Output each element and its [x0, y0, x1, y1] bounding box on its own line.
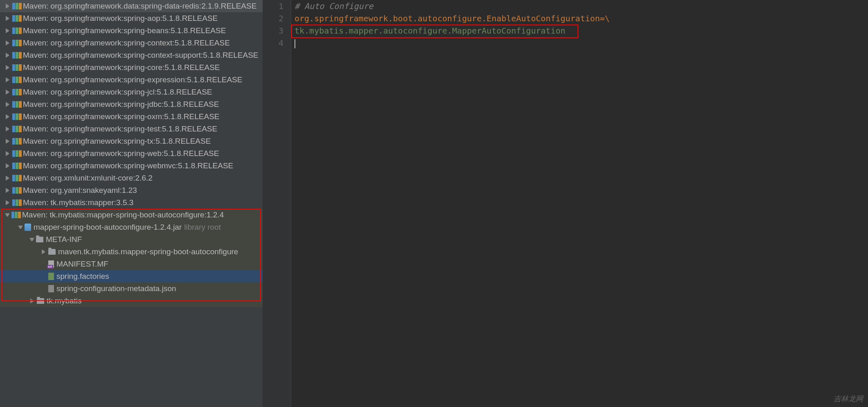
tree-item-label: Maven: org.springframework:spring-web:5.… — [23, 149, 219, 158]
tree-row[interactable]: maven.tk.mybatis.mapper-spring-boot-auto… — [0, 246, 263, 258]
tree-row[interactable]: spring-configuration-metadata.json — [0, 283, 263, 295]
tree-row[interactable]: META-INF — [0, 233, 263, 246]
chevron-right-icon[interactable] — [6, 41, 11, 45]
tree-row[interactable]: Maven: org.springframework:spring-beans:… — [0, 25, 263, 37]
editor-panel[interactable]: 1 2 3 4 # Auto Configure org.springframe… — [263, 0, 868, 407]
chevron-right-icon[interactable] — [6, 163, 11, 168]
tree-row[interactable]: Maven: org.springframework:spring-web:5.… — [0, 147, 263, 160]
chevron-right-icon[interactable] — [6, 90, 11, 95]
chevron-right-icon[interactable] — [6, 139, 11, 144]
chevron-down-icon[interactable] — [5, 213, 10, 218]
editor-code-area[interactable]: # Auto Configure org.springframework.boo… — [291, 0, 868, 407]
tree-spacer — [41, 274, 47, 279]
line-number: 1 — [263, 0, 283, 12]
tree-row[interactable]: Maven: org.springframework:spring-tx:5.1… — [0, 135, 263, 147]
chevron-right-icon[interactable] — [6, 188, 11, 193]
tree-item-label: Maven: org.springframework:spring-jcl:5.… — [23, 88, 212, 97]
tree-item-label: Maven: org.springframework:spring-contex… — [23, 38, 230, 47]
tree-item-label: META-INF — [46, 235, 82, 244]
chevron-right-icon[interactable] — [42, 249, 47, 254]
tree-row[interactable]: spring.factories — [0, 270, 263, 283]
chevron-right-icon[interactable] — [6, 102, 11, 107]
tree-item-label: Maven: org.springframework:spring-aop:5.… — [23, 14, 218, 23]
library-icon — [12, 138, 20, 145]
tree-row[interactable]: Maven: org.springframework.data:spring-d… — [0, 0, 263, 12]
library-icon — [12, 27, 20, 34]
tree-row[interactable]: Maven: org.springframework:spring-oxm:5.… — [0, 111, 263, 123]
tree-row[interactable]: Maven: org.springframework:spring-core:5… — [0, 61, 263, 74]
chevron-right-icon[interactable] — [6, 176, 11, 181]
tree-item-label: Maven: tk.mybatis:mapper:3.5.3 — [23, 198, 133, 207]
tree-row[interactable]: Maven: org.springframework:spring-contex… — [0, 37, 263, 49]
chevron-right-icon[interactable] — [6, 127, 11, 131]
library-icon — [11, 212, 20, 218]
tree-row[interactable]: Maven: org.yaml:snakeyaml:1.23 — [0, 184, 263, 197]
library-icon — [12, 101, 20, 108]
tree-item-label: Maven: org.springframework.data:spring-d… — [23, 2, 256, 11]
tree-item-label: Maven: org.springframework:spring-jdbc:5… — [23, 100, 219, 109]
tree-row[interactable]: Maven: org.springframework:spring-webmvc… — [0, 160, 263, 172]
tree-spacer — [41, 286, 47, 291]
chevron-right-icon[interactable] — [6, 151, 11, 156]
line-number: 2 — [263, 12, 283, 25]
library-icon — [12, 199, 20, 206]
folder-icon — [36, 237, 43, 242]
chevron-right-icon[interactable] — [6, 4, 11, 9]
folder-icon — [37, 298, 44, 304]
tree-row[interactable]: tk.mybatis — [0, 295, 263, 307]
tree-row[interactable]: Maven: tk.mybatis:mapper-spring-boot-aut… — [0, 209, 263, 221]
tree-item-suffix: library root — [184, 223, 221, 232]
tree-item-label: MANIFEST.MF — [56, 260, 108, 269]
tree-row[interactable]: mapper-spring-boot-autoconfigure-1.2.4.j… — [0, 221, 263, 233]
tree-row[interactable]: Maven: org.springframework:spring-expres… — [0, 74, 263, 86]
chevron-right-icon[interactable] — [6, 53, 11, 58]
code-property-value: tk.mybatis.mapper.autoconfigure.MapperAu… — [295, 26, 565, 36]
editor-gutter: 1 2 3 4 — [263, 0, 291, 407]
chevron-right-icon[interactable] — [6, 65, 11, 70]
chevron-right-icon[interactable] — [30, 298, 35, 303]
project-tree-panel[interactable]: Maven: org.springframework.data:spring-d… — [0, 0, 263, 407]
tree-item-label: tk.mybatis — [47, 296, 82, 305]
tree-item-label: Maven: org.springframework:spring-oxm:5.… — [23, 112, 219, 121]
tree-row[interactable]: Maven: org.springframework:spring-aop:5.… — [0, 12, 263, 25]
tree-item-label: spring.factories — [56, 272, 109, 281]
tree-item-label: Maven: org.springframework:spring-beans:… — [23, 26, 226, 35]
manifest-file-icon — [48, 260, 54, 268]
library-icon — [12, 163, 20, 169]
library-icon — [12, 64, 20, 71]
chevron-right-icon[interactable] — [6, 16, 11, 21]
line-number: 4 — [263, 37, 283, 49]
library-icon — [12, 52, 20, 59]
library-icon — [12, 126, 20, 132]
tree-item-label: Maven: org.springframework:spring-webmvc… — [23, 161, 233, 170]
tree-row[interactable]: Maven: org.springframework:spring-jdbc:5… — [0, 98, 263, 111]
library-icon — [12, 175, 20, 181]
tree-row[interactable]: Maven: org.xmlunit:xmlunit-core:2.6.2 — [0, 172, 263, 184]
tree-row[interactable]: Maven: org.springframework:spring-contex… — [0, 49, 263, 61]
tree-item-label: Maven: org.xmlunit:xmlunit-core:2.6.2 — [23, 174, 153, 183]
chevron-right-icon[interactable] — [6, 114, 11, 119]
code-equals-continuation: =\ — [600, 14, 610, 23]
folder-icon — [48, 249, 56, 255]
tree-row[interactable]: Maven: org.springframework:spring-test:5… — [0, 123, 263, 135]
tree-item-label: Maven: org.yaml:snakeyaml:1.23 — [23, 186, 137, 195]
tree-row[interactable]: Maven: org.springframework:spring-jcl:5.… — [0, 86, 263, 98]
jar-icon — [25, 224, 31, 231]
library-icon — [12, 77, 20, 83]
tree-row[interactable]: Maven: tk.mybatis:mapper:3.5.3 — [0, 197, 263, 209]
chevron-right-icon[interactable] — [6, 28, 11, 33]
tree-item-label: Maven: tk.mybatis:mapper-spring-boot-aut… — [22, 210, 224, 219]
code-property-key: org.springframework.boot.autoconfigure.E… — [295, 14, 600, 23]
tree-item-label: mapper-spring-boot-autoconfigure-1.2.4.j… — [34, 223, 182, 232]
library-icon — [12, 3, 20, 9]
chevron-right-icon[interactable] — [6, 77, 11, 82]
chevron-right-icon[interactable] — [6, 200, 11, 205]
chevron-down-icon[interactable] — [29, 238, 34, 243]
chevron-down-icon[interactable] — [18, 226, 23, 231]
tree-item-label: spring-configuration-metadata.json — [56, 284, 176, 293]
tree-item-label: Maven: org.springframework:spring-test:5… — [23, 124, 217, 133]
tree-row[interactable]: MANIFEST.MF — [0, 258, 263, 270]
tree-item-label: Maven: org.springframework:spring-tx:5.1… — [23, 137, 211, 146]
library-icon — [12, 113, 20, 120]
tree-spacer — [41, 262, 47, 267]
